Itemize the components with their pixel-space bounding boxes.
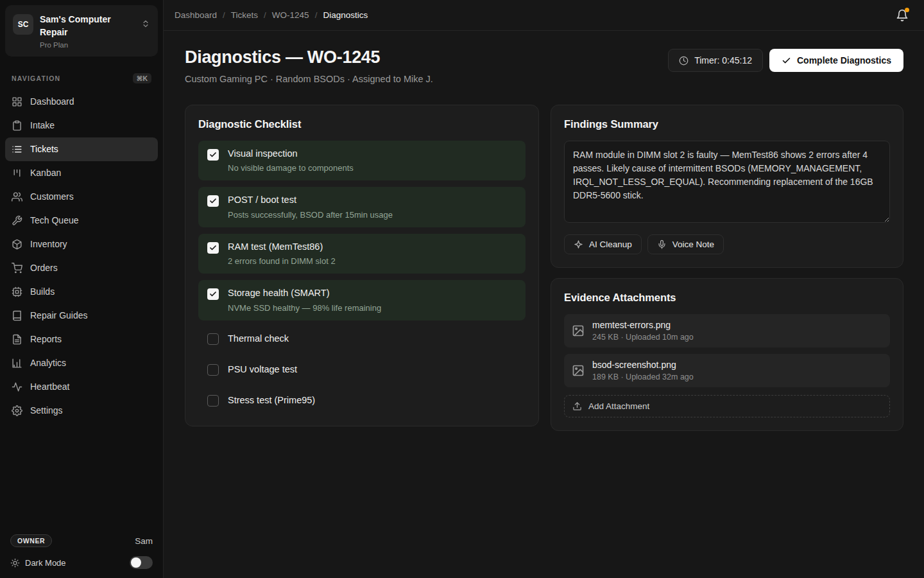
sidebar-item-orders[interactable]: Orders bbox=[5, 256, 158, 280]
sidebar-item-label: Customers bbox=[30, 191, 74, 202]
checklist-item-note: NVMe SSD healthy — 98% life remaining bbox=[228, 303, 381, 313]
timer-button[interactable]: Timer: 0:45:12 bbox=[668, 49, 763, 72]
sidebar-item-intake[interactable]: Intake bbox=[5, 114, 158, 137]
sidebar-item-label: Settings bbox=[30, 405, 63, 416]
sidebar-item-label: Intake bbox=[30, 120, 55, 130]
findings-textarea[interactable]: RAM module in DIMM slot 2 is faulty — Me… bbox=[564, 141, 890, 223]
upload-icon bbox=[572, 401, 582, 411]
sidebar-item-label: Dashboard bbox=[30, 96, 74, 107]
workspace-name: Sam's Computer Repair bbox=[40, 13, 135, 39]
checkbox-checked-icon[interactable] bbox=[207, 195, 219, 207]
sidebar-item-reports[interactable]: Reports bbox=[5, 328, 158, 351]
sidebar-item-tech-queue[interactable]: Tech Queue bbox=[5, 209, 158, 232]
sidebar-item-label: Reports bbox=[30, 334, 62, 344]
add-attachment-label: Add Attachment bbox=[588, 401, 649, 411]
checklist-item-label: POST / boot test bbox=[228, 195, 393, 206]
checkbox-checked-icon[interactable] bbox=[207, 242, 219, 254]
checklist-item-thermal-check[interactable]: Thermal check bbox=[198, 327, 526, 351]
sidebar-item-repair-guides[interactable]: Repair Guides bbox=[5, 304, 158, 328]
bell-icon[interactable] bbox=[896, 9, 909, 22]
checklist-item-note: 2 errors found in DIMM slot 2 bbox=[228, 256, 336, 266]
sidebar-item-analytics[interactable]: Analytics bbox=[5, 351, 158, 375]
chevrons-up-down-icon bbox=[141, 19, 150, 28]
breadcrumb-dashboard[interactable]: Dashboard bbox=[175, 10, 217, 20]
dark-mode-label: Dark Mode bbox=[25, 558, 124, 568]
checklist-item-label: Storage health (SMART) bbox=[228, 288, 381, 299]
sun-icon bbox=[10, 558, 20, 568]
checklist-item-label: PSU voltage test bbox=[228, 364, 297, 375]
breadcrumb-diagnostics: Diagnostics bbox=[323, 10, 368, 20]
checklist-item-ram-test[interactable]: RAM test (MemTest86) 2 errors found in D… bbox=[198, 234, 526, 274]
checklist-item-psu-voltage-test[interactable]: PSU voltage test bbox=[198, 358, 526, 382]
checkbox-checked-icon[interactable] bbox=[207, 149, 219, 161]
findings-title: Findings Summary bbox=[564, 118, 890, 130]
command-k-shortcut[interactable]: ⌘K bbox=[133, 73, 151, 83]
wrench-icon bbox=[12, 215, 22, 226]
checklist-item-label: RAM test (MemTest86) bbox=[228, 241, 336, 252]
checklist-item-post-boot-test[interactable]: POST / boot test Posts successfully, BSO… bbox=[198, 187, 526, 227]
sparkles-icon bbox=[574, 240, 583, 249]
sidebar-item-label: Heartbeat bbox=[30, 381, 69, 392]
attachment-name: memtest-errors.png bbox=[592, 320, 694, 330]
breadcrumb-separator: / bbox=[223, 10, 225, 20]
sidebar: SC Sam's Computer Repair Pro Plan NAVIGA… bbox=[0, 0, 164, 578]
attachment-meta: 245 KB · Uploaded 10m ago bbox=[592, 333, 694, 342]
workspace-plan: Pro Plan bbox=[40, 41, 135, 49]
sidebar-item-kanban[interactable]: Kanban bbox=[5, 161, 158, 185]
dark-mode-toggle[interactable] bbox=[130, 556, 153, 569]
checklist-item-visual-inspection[interactable]: Visual inspection No visible damage to c… bbox=[198, 141, 526, 180]
attachments-title: Evidence Attachments bbox=[564, 292, 890, 304]
checkbox-checked-icon[interactable] bbox=[207, 288, 219, 300]
sidebar-item-heartbeat[interactable]: Heartbeat bbox=[5, 375, 158, 399]
grid-icon bbox=[12, 96, 22, 107]
attachment-row-memtest-errors[interactable]: memtest-errors.png 245 KB · Uploaded 10m… bbox=[564, 314, 890, 347]
image-file-icon bbox=[572, 324, 585, 337]
checklist-title: Diagnostic Checklist bbox=[198, 118, 526, 130]
sidebar-item-customers[interactable]: Customers bbox=[5, 185, 158, 209]
checkbox-unchecked-icon[interactable] bbox=[207, 395, 219, 407]
list-icon bbox=[12, 144, 22, 155]
sidebar-item-label: Tech Queue bbox=[30, 215, 79, 225]
ai-cleanup-button[interactable]: AI Cleanup bbox=[564, 234, 642, 254]
add-attachment-button[interactable]: Add Attachment bbox=[564, 395, 890, 417]
sidebar-item-label: Analytics bbox=[30, 358, 66, 368]
sidebar-item-tickets[interactable]: Tickets bbox=[5, 137, 158, 161]
sidebar-item-label: Tickets bbox=[30, 144, 58, 154]
complete-diagnostics-button[interactable]: Complete Diagnostics bbox=[769, 49, 903, 72]
breadcrumb-separator: / bbox=[315, 10, 318, 20]
file-icon bbox=[12, 334, 22, 345]
page-title: Diagnostics — WO-1245 bbox=[185, 48, 433, 67]
book-icon bbox=[12, 310, 22, 321]
voice-note-label: Voice Note bbox=[672, 240, 714, 249]
sidebar-item-label: Repair Guides bbox=[30, 310, 88, 320]
breadcrumb-wo-1245[interactable]: WO-1245 bbox=[272, 10, 309, 20]
checklist-item-stress-test[interactable]: Stress test (Prime95) bbox=[198, 389, 526, 413]
workspace-switcher[interactable]: SC Sam's Computer Repair Pro Plan bbox=[5, 5, 158, 57]
checkbox-unchecked-icon[interactable] bbox=[207, 333, 219, 345]
cart-icon bbox=[12, 263, 22, 274]
checkbox-unchecked-icon[interactable] bbox=[207, 364, 219, 376]
sidebar-item-label: Inventory bbox=[30, 239, 67, 249]
evidence-attachments-card: Evidence Attachments memtest-errors.png … bbox=[551, 278, 903, 431]
sidebar-item-inventory[interactable]: Inventory bbox=[5, 232, 158, 256]
clock-icon bbox=[679, 56, 689, 66]
breadcrumb-tickets[interactable]: Tickets bbox=[231, 10, 258, 20]
timer-label: Timer: 0:45:12 bbox=[694, 55, 752, 66]
toggle-knob bbox=[131, 557, 141, 568]
notification-dot bbox=[905, 8, 909, 12]
sidebar-item-builds[interactable]: Builds bbox=[5, 280, 158, 304]
sidebar-item-dashboard[interactable]: Dashboard bbox=[5, 90, 158, 114]
voice-note-button[interactable]: Voice Note bbox=[647, 234, 724, 254]
role-badge: OWNER bbox=[10, 534, 52, 547]
complete-diagnostics-label: Complete Diagnostics bbox=[797, 55, 891, 66]
page-header: Diagnostics — WO-1245 Custom Gaming PC ·… bbox=[185, 48, 903, 84]
checklist-item-storage-health[interactable]: Storage health (SMART) NVMe SSD healthy … bbox=[198, 280, 526, 320]
attachment-meta: 189 KB · Uploaded 32m ago bbox=[592, 372, 694, 381]
checklist-item-note: Posts successfully, BSOD after 15min usa… bbox=[228, 210, 393, 220]
sidebar-nav: NAVIGATION ⌘K Dashboard Intake Tickets K… bbox=[0, 71, 163, 527]
sidebar-item-settings[interactable]: Settings bbox=[5, 399, 158, 423]
activity-icon bbox=[12, 381, 22, 392]
attachment-row-bsod-screenshot[interactable]: bsod-screenshot.png 189 KB · Uploaded 32… bbox=[564, 354, 890, 387]
diagnostic-checklist-card: Diagnostic Checklist Visual inspection N… bbox=[185, 105, 539, 426]
page-content: Diagnostics — WO-1245 Custom Gaming PC ·… bbox=[164, 31, 924, 578]
